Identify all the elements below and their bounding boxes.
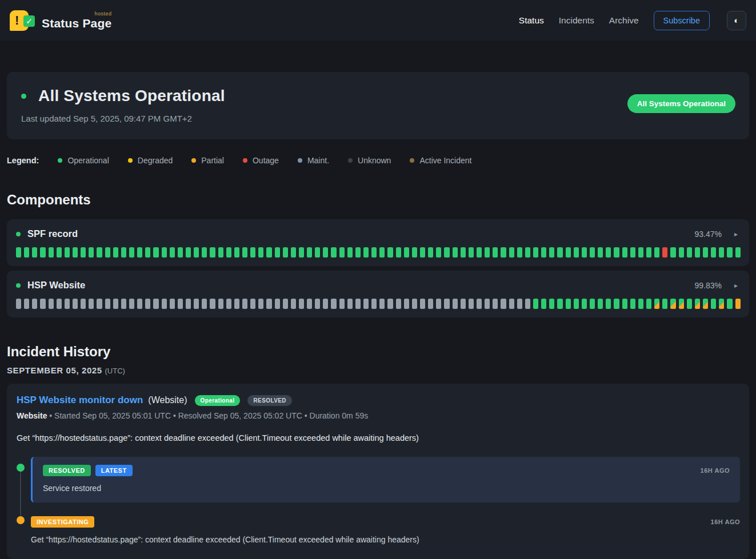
uptime-bar-operational xyxy=(396,247,401,258)
uptime-bar-operational xyxy=(485,247,490,258)
incident-title-link[interactable]: HSP Website monitor down xyxy=(17,395,143,406)
uptime-bar-no-data xyxy=(428,299,433,309)
uptime-bar-operational xyxy=(598,299,603,309)
uptime-bar-operational xyxy=(420,247,425,258)
uptime-bar-no-data xyxy=(283,299,288,309)
uptime-bar-no-data xyxy=(420,299,425,309)
uptime-bar-operational xyxy=(533,299,538,309)
legend-item-label: Outage xyxy=(253,156,279,165)
component-status-dot xyxy=(16,283,21,288)
uptime-bar-operational xyxy=(105,247,110,258)
uptime-bar-no-data xyxy=(121,299,126,309)
uptime-bar-no-data xyxy=(242,299,247,309)
resolved-badge: RESOLVED xyxy=(43,465,91,476)
uptime-bar-no-data xyxy=(291,299,296,309)
uptime-bar-operational xyxy=(590,299,595,309)
subscribe-button[interactable]: Subscribe xyxy=(654,11,710,30)
uptime-bar-operational xyxy=(242,247,247,258)
nav-incidents[interactable]: Incidents xyxy=(559,15,594,26)
uptime-bar-no-data xyxy=(363,299,369,309)
status-dot xyxy=(21,94,26,99)
update-badges: RESOLVED LATEST xyxy=(43,465,133,476)
uptime-bar-operational xyxy=(186,247,191,258)
uptime-bar-operational xyxy=(687,299,692,309)
uptime-bar-operational xyxy=(234,247,239,258)
uptime-bar-no-data xyxy=(396,299,401,309)
uptime-bar-operational xyxy=(218,247,223,258)
nav-status[interactable]: Status xyxy=(519,15,544,26)
legend-dot-degraded xyxy=(128,158,133,163)
chevron-right-icon: ▸ xyxy=(734,230,738,238)
legend-item-outage: Outage xyxy=(243,156,279,165)
uptime-bar-operational xyxy=(428,247,433,258)
legend-dot-operational xyxy=(58,158,62,163)
component-uptime: 93.47% xyxy=(694,230,721,239)
brand[interactable]: ! ✓ hosted Status Page xyxy=(10,9,111,33)
uptime-bar-operational xyxy=(695,247,700,258)
uptime-bar-operational xyxy=(557,299,562,309)
uptime-bar-operational xyxy=(323,247,328,258)
incident-timeline: RESOLVED LATEST 16H AGO Service restored… xyxy=(17,457,740,544)
uptime-bar-operational xyxy=(469,247,474,258)
update-timestamp: 16H AGO xyxy=(701,467,730,474)
incident-date-timezone: (UTC) xyxy=(105,367,125,375)
uptime-bar-partial-degraded xyxy=(654,299,659,309)
component-name: SPF record xyxy=(27,228,687,239)
uptime-bar-no-data xyxy=(24,299,29,309)
uptime-bar-no-data xyxy=(186,299,191,309)
uptime-bar-operational xyxy=(145,247,150,258)
uptime-bar-operational xyxy=(646,247,651,258)
legend-item-active-incident: Active Incident xyxy=(410,156,471,165)
uptime-bar-operational xyxy=(582,247,587,258)
uptime-bar-operational xyxy=(509,247,514,258)
latest-badge: LATEST xyxy=(95,465,133,476)
incident-meta-component: Website xyxy=(17,411,47,420)
uptime-bar-operational xyxy=(574,247,579,258)
uptime-bar-operational xyxy=(727,247,732,258)
incident-scope: (Website) xyxy=(148,395,187,405)
nav-archive[interactable]: Archive xyxy=(609,15,639,26)
uptime-bar-no-data xyxy=(485,299,490,309)
theme-toggle-button[interactable]: ◐ xyxy=(727,11,746,30)
uptime-bar-operational xyxy=(517,247,522,258)
uptime-bar-operational xyxy=(622,299,627,309)
uptime-bar-no-data xyxy=(89,299,94,309)
uptime-bar-operational xyxy=(81,247,86,258)
component-card-spf-record: SPF record 93.47% ▸ xyxy=(7,219,749,266)
uptime-bar-no-data xyxy=(145,299,150,309)
uptime-bar-operational xyxy=(113,247,118,258)
uptime-bar-operational xyxy=(614,247,619,258)
uptime-bar-operational xyxy=(566,299,571,309)
legend-item-label: Operational xyxy=(67,156,109,165)
uptime-bar-operational xyxy=(630,299,635,309)
uptime-bar-operational xyxy=(703,247,708,258)
uptime-bar-operational xyxy=(711,247,716,258)
uptime-bar-operational xyxy=(170,247,175,258)
uptime-bar-operational xyxy=(541,247,546,258)
legend-dot-maint xyxy=(298,158,302,163)
update-message: Service restored xyxy=(43,484,730,493)
uptime-bar-no-data xyxy=(218,299,223,309)
uptime-bar-operational xyxy=(622,247,627,258)
uptime-bar-no-data xyxy=(339,299,345,309)
uptime-bar-operational xyxy=(582,299,587,309)
uptime-bar-no-data xyxy=(517,299,522,309)
uptime-bar-operational xyxy=(339,247,345,258)
incident-update-investigating: INVESTIGATING 16H AGO Get “https://hoste… xyxy=(31,516,740,544)
component-header[interactable]: SPF record 93.47% ▸ xyxy=(16,228,740,239)
uptime-bar-operational xyxy=(404,247,409,258)
uptime-bar-operational xyxy=(210,247,215,258)
update-highlight-box: RESOLVED LATEST 16H AGO Service restored xyxy=(31,457,740,502)
legend-item-degraded: Degraded xyxy=(128,156,173,165)
uptime-bar-operational xyxy=(202,247,207,258)
component-header[interactable]: HSP Website 99.83% ▸ xyxy=(16,280,740,291)
page-status-title: All Systems Operational xyxy=(38,87,225,105)
uptime-bar-operational xyxy=(355,247,361,258)
uptime-bar-no-data xyxy=(299,299,304,309)
uptime-bar-operational xyxy=(670,247,675,258)
uptime-bars xyxy=(16,299,740,309)
uptime-bar-no-data xyxy=(194,299,199,309)
uptime-bar-operational xyxy=(638,247,643,258)
uptime-bar-no-data xyxy=(153,299,158,309)
uptime-bar-no-data xyxy=(444,299,449,309)
